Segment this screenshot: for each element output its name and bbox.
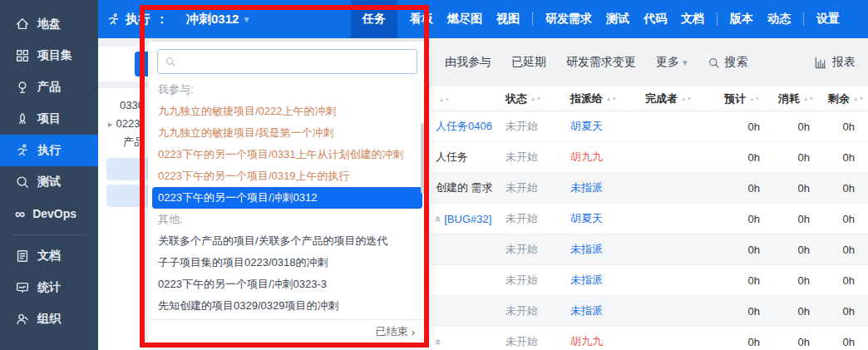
table-header-row: ▲▼ 状态▲▼ 指派给▲▼ 完成者▲▼ 预计▲▼ 消耗▲▼ 剩余▲▼	[431, 86, 868, 111]
dropdown-item[interactable]: 0223下午的另一个项目/0331上午从计划创建的冲刺	[148, 144, 427, 165]
remaining-cell: 0h	[823, 274, 868, 287]
tree-item-label: 0223	[116, 115, 141, 133]
assignee-link[interactable]: 胡九九	[570, 150, 603, 163]
column-finisher[interactable]: 完成者	[645, 92, 678, 105]
tree-item-label: 0330	[120, 96, 144, 115]
filter-delayed[interactable]: 已延期	[511, 55, 546, 70]
menu-item-doc[interactable]: 文档	[679, 0, 706, 38]
column-remaining[interactable]: 剩余	[828, 92, 850, 105]
sidebar-divider	[12, 234, 86, 235]
table-row: 创建的 需求 未开始 未指派 0h 0h 0h	[431, 173, 868, 204]
sidebar-item-org[interactable]: 组织	[0, 303, 98, 335]
filter-story-change[interactable]: 研发需求变更	[566, 55, 636, 70]
status-cell: 未开始	[501, 211, 565, 226]
task-name-link[interactable]: 人任务0406	[436, 120, 492, 132]
sidebar-item-label: DevOps	[32, 207, 76, 220]
menu-item-burndown[interactable]: 燃尽图	[446, 0, 484, 38]
menu-item-kanban[interactable]: 看板	[408, 0, 435, 38]
menu-item-story[interactable]: 研发需求	[544, 0, 594, 38]
menu-item-dynamic[interactable]: 动态	[766, 0, 792, 38]
magnifier-icon	[15, 175, 30, 190]
menu-item-settings[interactable]: 设置	[815, 0, 841, 38]
sort-icon[interactable]: ▲▼	[803, 96, 814, 101]
task-name: 创建的 需求	[436, 181, 493, 194]
sidebar-item-project[interactable]: 项目	[0, 103, 98, 135]
estimate-cell: 0h	[713, 244, 773, 256]
menu-item-tasks[interactable]: 任务	[351, 0, 397, 38]
home-icon	[15, 17, 30, 32]
dropdown-search-box[interactable]	[157, 49, 417, 74]
sort-icon[interactable]: ▲▼	[853, 96, 864, 101]
sprint-selector-trigger[interactable]: 冲刺0312 ▾	[186, 12, 249, 27]
sort-icon[interactable]: ▲▼	[681, 96, 692, 101]
task-name-link[interactable]: [BUG#32]	[444, 213, 491, 225]
status-cell: 未开始	[501, 180, 565, 195]
sidebar-item-product[interactable]: 产品	[0, 71, 98, 103]
task-name: 人任务	[436, 150, 468, 163]
topbar-menu: 任务 看板 燃尽图 视图 研发需求 测试 代码 文档 版本 动态 设置	[351, 0, 868, 38]
dropdown-item[interactable]: 0223下午的另一个项目/0319上午的执行	[148, 165, 427, 187]
column-estimate[interactable]: 预计	[724, 92, 746, 105]
dropdown-item[interactable]: 关联多个产品的项目/关联多个产品的项目的迭代	[148, 230, 427, 252]
table-row: «[BUG#32] 未开始 胡夏天 0h 0h 0h	[431, 204, 868, 234]
sort-icon[interactable]: ▲▼	[530, 96, 541, 101]
chevron-right-icon: ›	[412, 326, 415, 338]
more-dropdown[interactable]: 更多 ▾	[656, 55, 688, 70]
runner-icon	[15, 143, 30, 158]
sidebar-item-doc[interactable]: 文档	[0, 240, 98, 272]
sidebar: 地盘 项目集 产品 项目 执行 测试 ∞ DevOps 文档	[0, 0, 98, 350]
dropdown-search-input[interactable]	[181, 51, 417, 72]
sidebar-item-label: 产品	[37, 80, 61, 95]
remaining-cell: 0h	[823, 336, 868, 348]
column-status[interactable]: 状态	[506, 92, 527, 105]
report-button[interactable]: 报表	[813, 55, 868, 70]
sort-icon[interactable]: ▲▼	[749, 96, 760, 101]
table-row: 未开始 未指派 0h 0h 0h	[431, 296, 868, 327]
assignee-link[interactable]: 未指派	[570, 274, 603, 286]
tree-expand-icon[interactable]: ▸	[108, 115, 113, 133]
dropdown-footer-finished[interactable]: 已结束 ›	[148, 319, 427, 343]
estimate-cell: 0h	[713, 336, 773, 348]
menu-item-view[interactable]: 视图	[495, 0, 521, 38]
sidebar-item-home[interactable]: 地盘	[0, 8, 98, 40]
runner-icon	[106, 12, 121, 27]
dropdown-item[interactable]: 0223下午的另一个项目/冲刺0323-3	[148, 274, 427, 295]
section-label: 执行	[126, 12, 150, 27]
sidebar-item-execution[interactable]: 执行	[0, 135, 98, 166]
assignee-link[interactable]: 胡夏天	[570, 120, 603, 132]
status-cell: 未开始	[501, 303, 565, 318]
rocket-icon	[15, 111, 30, 126]
menu-item-build[interactable]: 版本	[728, 0, 755, 38]
assignee-link[interactable]: 未指派	[570, 304, 603, 317]
chevron-down-icon: ▾	[683, 57, 688, 68]
dropdown-item-selected[interactable]: 0223下午的另一个项目/冲刺0312	[152, 187, 422, 209]
sidebar-item-stats[interactable]: 统计	[0, 272, 98, 303]
estimate-cell: 0h	[713, 274, 773, 287]
column-consumed[interactable]: 消耗	[778, 92, 800, 105]
sidebar-item-test[interactable]: 测试	[0, 166, 98, 198]
assignee-link[interactable]: 未指派	[570, 243, 603, 255]
scrollbar-thumb[interactable]	[421, 123, 424, 194]
dropdown-item[interactable]: 九九独立的敏捷项目/我是第一个冲刺	[148, 122, 427, 144]
assignee-link[interactable]: 胡九九	[570, 335, 603, 348]
sidebar-item-devops[interactable]: ∞ DevOps	[0, 198, 98, 229]
menu-item-code[interactable]: 代码	[642, 0, 668, 38]
column-assignee[interactable]: 指派给	[570, 92, 603, 105]
dropdown-item[interactable]: 九九独立的敏捷项目/0222上午的冲刺	[148, 101, 427, 122]
filter-assigned-to-me[interactable]: 由我参与	[445, 55, 491, 70]
dropdown-item[interactable]: 先知创建的项目0329/0329项目的冲刺	[148, 295, 427, 317]
task-table: ▲▼ 状态▲▼ 指派给▲▼ 完成者▲▼ 预计▲▼ 消耗▲▼ 剩余▲▼ 人任务04…	[431, 86, 868, 350]
remaining-cell: 0h	[823, 182, 868, 195]
menu-item-test[interactable]: 测试	[604, 0, 631, 38]
search-button[interactable]: 搜索	[708, 55, 748, 70]
finished-label: 已结束	[376, 324, 408, 339]
consumed-cell: 0h	[773, 151, 823, 164]
assignee-link[interactable]: 胡夏天	[570, 212, 603, 224]
document-icon	[15, 249, 30, 264]
sort-icon[interactable]: ▲▼	[606, 96, 617, 101]
dropdown-item[interactable]: 子子项目集的项目0223/0318的冲刺	[148, 252, 427, 274]
sidebar-item-program[interactable]: 项目集	[0, 40, 98, 71]
assignee-link[interactable]: 未指派	[570, 181, 603, 194]
sort-icon[interactable]: ▲▼	[439, 97, 450, 102]
sidebar-item-label: 项目集	[37, 48, 72, 63]
